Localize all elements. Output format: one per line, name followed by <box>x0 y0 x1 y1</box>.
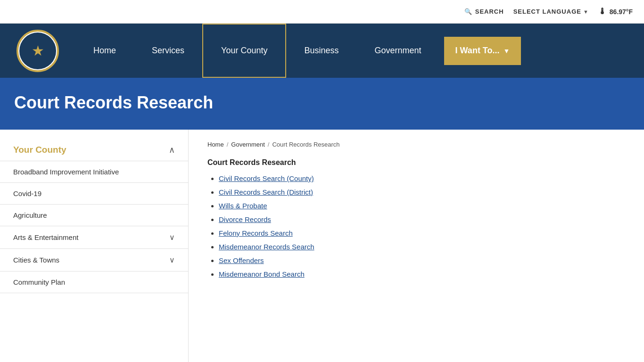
weather-widget: 🌡 86.97°F <box>598 7 633 16</box>
hero-section: Court Records Research <box>0 78 644 130</box>
main-nav: Home Services Your County Business Gover… <box>66 24 635 78</box>
language-selector[interactable]: SELECT LANGUAGE ▼ <box>513 8 589 15</box>
list-item: Sex Offenders <box>219 256 625 264</box>
chevron-down-icon: ∨ <box>169 255 175 264</box>
i-want-to-label: I Want To... <box>455 46 500 56</box>
breadcrumb-sep2: / <box>268 141 270 148</box>
list-item: Misdemeanor Bond Search <box>219 270 625 278</box>
chevron-down-icon: ∨ <box>169 233 175 242</box>
county-seal: ★ <box>17 30 59 72</box>
top-bar: 🔍 SEARCH SELECT LANGUAGE ▼ 🌡 86.97°F <box>0 0 644 24</box>
nav-i-want-to[interactable]: I Want To... ▼ <box>444 37 521 65</box>
nav-your-county[interactable]: Your County <box>202 24 286 78</box>
breadcrumb-sep1: / <box>227 141 229 148</box>
nav-home[interactable]: Home <box>75 24 134 78</box>
sidebar-item-label: Cities & Towns <box>13 256 59 264</box>
main-content: Home / Government / Court Records Resear… <box>189 130 644 362</box>
language-arrow-icon: ▼ <box>583 9 589 15</box>
link-misdemeanor-records[interactable]: Misdemeanor Records Search <box>219 243 314 251</box>
list-item: Misdemeanor Records Search <box>219 243 625 251</box>
breadcrumb-home[interactable]: Home <box>207 141 224 148</box>
weather-icon: 🌡 <box>598 7 607 16</box>
search-button[interactable]: 🔍 SEARCH <box>464 8 504 15</box>
search-icon: 🔍 <box>464 8 472 15</box>
page-title: Court Records Research <box>14 93 630 113</box>
weather-temp: 86.97°F <box>610 8 633 16</box>
sidebar-item-label: Community Plan <box>13 278 65 286</box>
sidebar-item-community[interactable]: Community Plan <box>0 271 188 293</box>
site-header: ★ Home Services Your County Business Gov… <box>0 24 644 78</box>
sidebar-item-cities[interactable]: Cities & Towns ∨ <box>0 248 188 271</box>
sidebar-item-label: Covid-19 <box>13 189 41 197</box>
list-item: Civil Records Search (County) <box>219 174 625 182</box>
list-item: Felony Records Search <box>219 229 625 237</box>
breadcrumb: Home / Government / Court Records Resear… <box>207 141 625 148</box>
nav-services[interactable]: Services <box>134 24 202 78</box>
sidebar-collapse-icon: ∧ <box>169 145 175 155</box>
breadcrumb-current: Court Records Research <box>272 141 339 148</box>
list-item: Civil Records Search (District) <box>219 188 625 196</box>
sidebar-item-label: Arts & Entertainment <box>13 233 78 241</box>
records-link-list: Civil Records Search (County) Civil Reco… <box>207 174 625 278</box>
sidebar-item-agriculture[interactable]: Agriculture <box>0 204 188 226</box>
sidebar-item-covid[interactable]: Covid-19 <box>0 182 188 204</box>
content-heading: Court Records Research <box>207 158 625 167</box>
link-sex-offenders[interactable]: Sex Offenders <box>219 256 264 264</box>
sidebar-section-title: Your County <box>13 145 66 155</box>
list-item: Divorce Records <box>219 215 625 223</box>
link-misdemeanor-bond[interactable]: Misdemeanor Bond Search <box>219 270 305 278</box>
sidebar-item-label: Broadband Improvement Initiative <box>13 168 119 176</box>
sidebar: Your County ∧ Broadband Improvement Init… <box>0 130 189 362</box>
link-felony-records[interactable]: Felony Records Search <box>219 229 293 237</box>
nav-government[interactable]: Government <box>357 24 439 78</box>
sidebar-item-label: Agriculture <box>13 211 47 219</box>
sidebar-item-broadband[interactable]: Broadband Improvement Initiative <box>0 161 188 182</box>
language-label: SELECT LANGUAGE <box>513 8 581 15</box>
link-civil-district[interactable]: Civil Records Search (District) <box>219 188 313 196</box>
link-divorce-records[interactable]: Divorce Records <box>219 215 271 223</box>
sidebar-item-arts[interactable]: Arts & Entertainment ∨ <box>0 226 188 248</box>
i-want-to-arrow-icon: ▼ <box>504 47 510 55</box>
link-wills-probate[interactable]: Wills & Probate <box>219 202 267 210</box>
logo-area[interactable]: ★ <box>9 27 66 74</box>
nav-business[interactable]: Business <box>286 24 356 78</box>
main-layout: Your County ∧ Broadband Improvement Init… <box>0 130 644 362</box>
list-item: Wills & Probate <box>219 202 625 210</box>
sidebar-section-header[interactable]: Your County ∧ <box>0 139 188 161</box>
logo-inner: ★ <box>19 33 56 69</box>
breadcrumb-government[interactable]: Government <box>231 141 265 148</box>
star-icon: ★ <box>32 42 44 59</box>
search-label: SEARCH <box>475 8 504 15</box>
link-civil-county[interactable]: Civil Records Search (County) <box>219 174 314 182</box>
